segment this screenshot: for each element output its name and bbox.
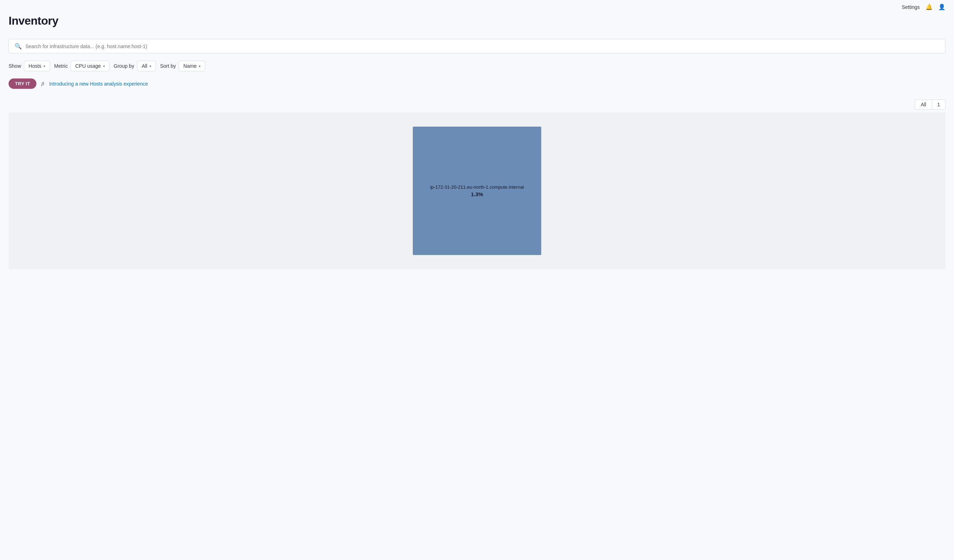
search-input[interactable] xyxy=(25,44,939,49)
sort-by-chevron-icon: ▾ xyxy=(199,64,201,68)
hosts-chevron-icon: ▾ xyxy=(44,64,45,68)
metric-dropdown-label: CPU usage xyxy=(75,63,101,69)
new-experience-link[interactable]: Introducing a new Hosts analysis experie… xyxy=(49,81,148,87)
sort-by-dropdown-label: Name xyxy=(183,63,196,69)
sort-by-dropdown[interactable]: Name ▾ xyxy=(179,61,205,72)
search-icon: 🔍 xyxy=(15,43,22,50)
waffle-tabs-row: All 1 xyxy=(9,100,945,109)
metric-dropdown[interactable]: CPU usage ▾ xyxy=(71,61,109,72)
user-icon[interactable]: 👤 xyxy=(938,3,945,10)
hosts-dropdown[interactable]: Hosts ▾ xyxy=(24,61,50,72)
top-bar: Settings 🔔 👤 xyxy=(893,0,954,14)
waffle-chart-area: ip-172-31-20-211.eu-north-1.compute.inte… xyxy=(16,120,938,262)
tab-count[interactable]: 1 xyxy=(932,100,945,109)
toolbar: Show Hosts ▾ Metric CPU usage ▾ Group by… xyxy=(9,61,945,72)
waffle-tile-host: ip-172-31-20-211.eu-north-1.compute.inte… xyxy=(430,184,524,190)
beta-badge: β xyxy=(41,81,44,86)
tab-all[interactable]: All xyxy=(915,100,932,109)
settings-link[interactable]: Settings xyxy=(901,4,920,10)
show-label: Show xyxy=(9,63,21,69)
waffle-section: All 1 ip-172-31-20-211.eu-north-1.comput… xyxy=(9,100,945,269)
try-it-button[interactable]: TRY IT xyxy=(9,78,36,89)
metric-chevron-icon: ▾ xyxy=(103,64,105,68)
search-bar: 🔍 xyxy=(9,39,945,53)
main-content: Inventory 🔍 Show Hosts ▾ Metric CPU usag… xyxy=(0,0,954,278)
group-by-dropdown[interactable]: All ▾ xyxy=(137,61,156,72)
hosts-dropdown-label: Hosts xyxy=(28,63,41,69)
waffle-tile[interactable]: ip-172-31-20-211.eu-north-1.compute.inte… xyxy=(413,127,541,255)
group-by-dropdown-label: All xyxy=(142,63,147,69)
sort-by-label: Sort by xyxy=(160,63,176,69)
metric-label: Metric xyxy=(54,63,68,69)
group-by-chevron-icon: ▾ xyxy=(150,64,151,68)
waffle-tile-value: 1.3% xyxy=(471,191,483,197)
page-title: Inventory xyxy=(9,14,945,28)
try-it-row: TRY IT β Introducing a new Hosts analysi… xyxy=(9,78,945,89)
group-by-label: Group by xyxy=(114,63,134,69)
notifications-icon[interactable]: 🔔 xyxy=(926,3,932,10)
waffle-container: ip-172-31-20-211.eu-north-1.compute.inte… xyxy=(9,112,945,269)
